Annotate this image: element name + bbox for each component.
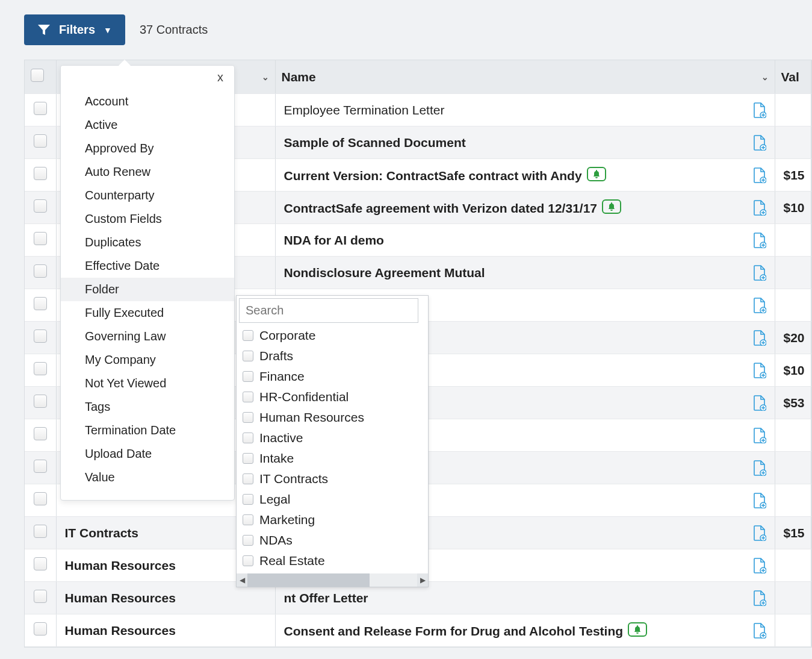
filter-option[interactable]: My Company <box>61 348 234 372</box>
filters-button[interactable]: Filters ▼ <box>24 14 125 45</box>
document-add-icon[interactable] <box>753 590 766 606</box>
document-add-icon[interactable] <box>753 623 766 639</box>
scroll-thumb[interactable] <box>247 573 370 587</box>
document-add-icon[interactable] <box>753 233 766 248</box>
filter-option[interactable]: Duplicates <box>61 231 234 254</box>
row-name-text: nt Offer Letter <box>284 591 368 605</box>
row-value: $10 <box>775 192 811 224</box>
header-name[interactable]: Name⌄ <box>275 60 775 94</box>
horizontal-scrollbar[interactable]: ◀ ▶ <box>237 573 428 587</box>
row-checkbox[interactable] <box>34 460 47 473</box>
filter-option[interactable]: Upload Date <box>61 442 234 466</box>
row-checkbox[interactable] <box>34 102 47 115</box>
row-checkbox[interactable] <box>34 264 47 278</box>
folder-option[interactable]: Finance <box>243 366 424 387</box>
document-add-icon[interactable] <box>753 298 766 313</box>
row-checkbox[interactable] <box>34 557 47 570</box>
filter-option[interactable]: Effective Date <box>61 254 234 278</box>
filter-option[interactable]: Counterparty <box>61 184 234 207</box>
document-add-icon[interactable] <box>753 525 766 541</box>
row-checkbox[interactable] <box>34 427 47 440</box>
document-add-icon[interactable] <box>753 460 766 476</box>
folder-option-checkbox[interactable] <box>243 473 253 484</box>
folder-option-checkbox[interactable] <box>243 514 253 525</box>
folder-option-checkbox[interactable] <box>243 351 253 361</box>
folder-option-checkbox[interactable] <box>243 371 253 382</box>
filter-option[interactable]: Fully Executed <box>61 301 234 325</box>
folder-option[interactable]: Corporate <box>243 325 424 346</box>
header-checkbox-cell[interactable] <box>25 60 56 94</box>
folder-option[interactable]: Legal <box>243 489 424 510</box>
row-checkbox[interactable] <box>34 297 47 310</box>
row-checkbox[interactable] <box>34 525 47 538</box>
folder-option[interactable]: Drafts <box>243 346 424 366</box>
document-add-icon[interactable] <box>753 102 766 118</box>
row-name[interactable]: Consent and Release Form for Drug and Al… <box>275 614 775 647</box>
filter-option[interactable]: Auto Renew <box>61 160 234 184</box>
folder-option[interactable]: Human Resources <box>243 407 424 428</box>
row-name[interactable]: Nondisclosure Agreement Mutual <box>275 257 775 289</box>
folder-option-checkbox[interactable] <box>243 535 253 546</box>
row-checkbox[interactable] <box>34 590 47 603</box>
filter-option[interactable]: Not Yet Viewed <box>61 372 234 395</box>
document-add-icon[interactable] <box>753 330 766 346</box>
filter-option[interactable]: Custom Fields <box>61 207 234 231</box>
document-add-icon[interactable] <box>753 363 766 378</box>
scroll-track[interactable] <box>247 573 417 587</box>
close-button[interactable]: x <box>217 70 223 84</box>
folder-option[interactable]: Intake <box>243 448 424 469</box>
chevron-down-icon[interactable]: ⌄ <box>761 72 769 82</box>
scroll-left-arrow[interactable]: ◀ <box>237 573 247 587</box>
filter-option[interactable]: Governing Law <box>61 325 234 348</box>
filter-option[interactable]: Tags <box>61 395 234 419</box>
row-name[interactable]: Sample of Scanned Document <box>275 126 775 159</box>
row-checkbox[interactable] <box>34 232 47 245</box>
document-add-icon[interactable] <box>753 135 766 151</box>
folder-option[interactable]: Marketing <box>243 510 424 530</box>
folder-option-checkbox[interactable] <box>243 433 253 443</box>
folder-option-checkbox[interactable] <box>243 453 253 464</box>
folder-option[interactable]: Real Estate <box>243 551 424 571</box>
filter-option[interactable]: Active <box>61 113 234 137</box>
document-add-icon[interactable] <box>753 558 766 573</box>
row-checkbox[interactable] <box>34 167 47 180</box>
document-add-icon[interactable] <box>753 395 766 411</box>
chevron-down-icon[interactable]: ⌄ <box>262 72 269 82</box>
document-add-icon[interactable] <box>753 265 766 281</box>
filter-option[interactable]: Termination Date <box>61 419 234 442</box>
row-name[interactable]: ContractSafe agreement with Verizon date… <box>275 192 775 224</box>
folder-option-checkbox[interactable] <box>243 412 253 423</box>
row-checkbox[interactable] <box>34 362 47 375</box>
row-checkbox[interactable] <box>34 395 47 408</box>
folder-option[interactable]: HR-Confidential <box>243 387 424 407</box>
select-all-checkbox[interactable] <box>31 69 44 82</box>
row-name[interactable]: Employee Termination Letter <box>275 94 775 126</box>
row-checkbox[interactable] <box>34 134 47 148</box>
folder-option-checkbox[interactable] <box>243 392 253 402</box>
scroll-right-arrow[interactable]: ▶ <box>417 573 428 587</box>
filter-option[interactable]: Account <box>61 90 234 113</box>
filter-option[interactable]: Approved By <box>61 137 234 160</box>
folder-option[interactable]: NDAs <box>243 530 424 551</box>
folder-option[interactable]: Inactive <box>243 428 424 448</box>
row-name[interactable]: Current Version: ContractSafe contract w… <box>275 159 775 192</box>
table-row[interactable]: Human ResourcesConsent and Release Form … <box>25 614 811 647</box>
folder-option-checkbox[interactable] <box>243 494 253 505</box>
folder-options-list[interactable]: CorporateDraftsFinanceHR-ConfidentialHum… <box>237 325 428 573</box>
row-checkbox[interactable] <box>34 330 47 343</box>
folder-option[interactable]: IT Contracts <box>243 469 424 489</box>
row-checkbox[interactable] <box>34 622 47 636</box>
document-add-icon[interactable] <box>753 167 766 183</box>
filter-option[interactable]: Folder <box>61 278 234 301</box>
row-checkbox[interactable] <box>34 492 47 505</box>
folder-option-checkbox[interactable] <box>243 555 253 566</box>
row-name[interactable]: NDA for AI demo <box>275 224 775 257</box>
document-add-icon[interactable] <box>753 428 766 443</box>
folder-option-checkbox[interactable] <box>243 330 253 341</box>
document-add-icon[interactable] <box>753 200 766 216</box>
folder-search-input[interactable] <box>239 298 418 323</box>
document-add-icon[interactable] <box>753 493 766 508</box>
header-value[interactable]: Val <box>775 60 811 94</box>
filter-option[interactable]: Value <box>61 466 234 489</box>
row-checkbox[interactable] <box>34 199 47 213</box>
